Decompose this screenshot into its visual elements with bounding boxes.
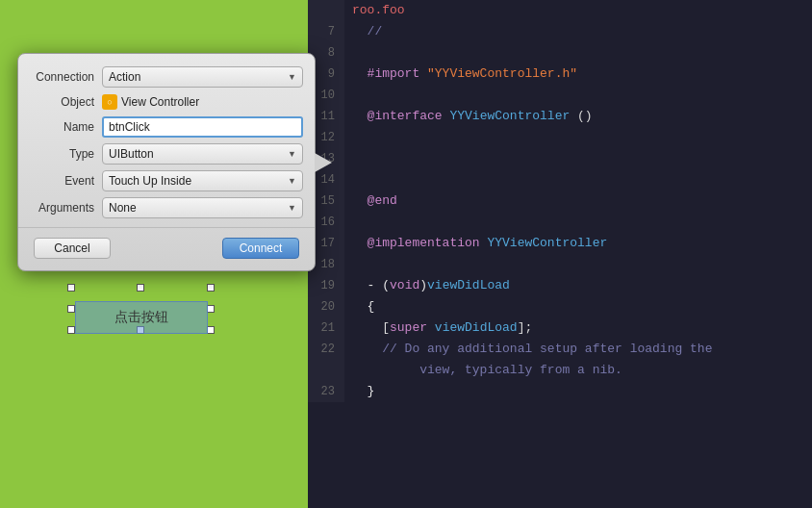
code-line-8: 8 bbox=[308, 42, 812, 64]
connection-arrow-icon: ▼ bbox=[288, 72, 296, 82]
name-input[interactable] bbox=[102, 116, 303, 138]
connect-button[interactable]: Connect bbox=[222, 238, 299, 259]
connection-dialog: Connection Action ▼ Object ○ View Contro… bbox=[17, 53, 316, 271]
handle-middle-right[interactable] bbox=[207, 305, 215, 313]
handle-bottom-left[interactable] bbox=[67, 326, 75, 334]
type-dropdown[interactable]: UIButton ▼ bbox=[102, 143, 303, 165]
button-widget[interactable]: 点击按钮 bbox=[58, 284, 216, 334]
connection-label: Connection bbox=[30, 70, 102, 84]
code-line-21: 21 [super viewDidLoad]; bbox=[308, 318, 812, 339]
arguments-label: Arguments bbox=[30, 201, 102, 215]
code-line-16: 16 bbox=[308, 212, 812, 233]
object-label: Object bbox=[30, 95, 102, 109]
object-value-container: ○ View Controller bbox=[102, 94, 303, 110]
code-line-20: 20 { bbox=[308, 296, 812, 318]
code-panel: roo.foo 7 // 8 9 #import "YYViewControll… bbox=[308, 0, 812, 508]
handle-bottom-right[interactable] bbox=[207, 326, 215, 334]
code-line-10: 10 bbox=[308, 85, 812, 106]
handle-top-left[interactable] bbox=[67, 284, 75, 292]
handle-top-center[interactable] bbox=[137, 284, 144, 292]
code-line-19: 19 - (void)viewDidLoad bbox=[308, 275, 812, 296]
code-line-17: 17 @implementation YYViewController bbox=[308, 233, 812, 254]
connection-row: Connection Action ▼ bbox=[18, 64, 315, 90]
code-line-11: 11 @interface YYViewController () bbox=[308, 106, 812, 127]
event-dropdown[interactable]: Touch Up Inside ▼ bbox=[102, 170, 303, 191]
code-line-12: 12 bbox=[308, 127, 812, 148]
code-line-14: 14 bbox=[308, 169, 812, 190]
event-arrow-icon: ▼ bbox=[288, 176, 296, 186]
event-row: Event Touch Up Inside ▼ bbox=[18, 167, 315, 194]
arguments-row: Arguments None ▼ bbox=[18, 194, 315, 221]
code-line-22: 22 // Do any additional setup after load… bbox=[308, 339, 812, 360]
code-line-13: 13 bbox=[308, 148, 812, 169]
event-label: Event bbox=[30, 174, 102, 188]
canvas-button[interactable]: 点击按钮 bbox=[75, 301, 208, 334]
code-area: roo.foo 7 // 8 9 #import "YYViewControll… bbox=[308, 0, 812, 508]
type-arrow-icon: ▼ bbox=[288, 149, 296, 159]
arguments-dropdown[interactable]: None ▼ bbox=[102, 197, 303, 218]
canvas-panel: Connection Action ▼ Object ○ View Contro… bbox=[0, 0, 308, 508]
object-row: Object ○ View Controller bbox=[18, 90, 315, 114]
canvas-button-label: 点击按钮 bbox=[114, 309, 168, 326]
type-label: Type bbox=[30, 147, 102, 161]
view-controller-icon: ○ bbox=[102, 94, 117, 110]
code-line-15: 15 @end bbox=[308, 190, 812, 212]
name-row: Name bbox=[18, 114, 315, 140]
handle-middle-left[interactable] bbox=[67, 305, 75, 313]
event-value: Touch Up Inside bbox=[109, 174, 191, 188]
arguments-arrow-icon: ▼ bbox=[288, 203, 296, 213]
dialog-arrow-icon bbox=[315, 153, 332, 172]
code-line-9: 9 #import "YYViewController.h" bbox=[308, 64, 812, 85]
type-value: UIButton bbox=[109, 147, 154, 161]
object-value: View Controller bbox=[121, 95, 199, 109]
code-line-7: 7 // bbox=[308, 21, 812, 42]
cancel-button[interactable]: Cancel bbox=[34, 238, 111, 259]
arguments-value: None bbox=[109, 201, 137, 215]
dialog-buttons: Cancel Connect bbox=[18, 234, 315, 261]
name-label: Name bbox=[30, 120, 102, 134]
code-line-18: 18 bbox=[308, 254, 812, 275]
name-input-container[interactable] bbox=[102, 116, 303, 138]
code-line-23: 23 } bbox=[308, 381, 812, 402]
code-line-top: roo.foo bbox=[308, 0, 812, 21]
connection-value: Action bbox=[109, 70, 140, 84]
dialog-divider bbox=[18, 227, 315, 228]
type-row: Type UIButton ▼ bbox=[18, 140, 315, 167]
handle-top-right[interactable] bbox=[207, 284, 215, 292]
code-line-22b: view, typically from a nib. bbox=[308, 360, 812, 381]
connection-dropdown[interactable]: Action ▼ bbox=[102, 66, 303, 88]
